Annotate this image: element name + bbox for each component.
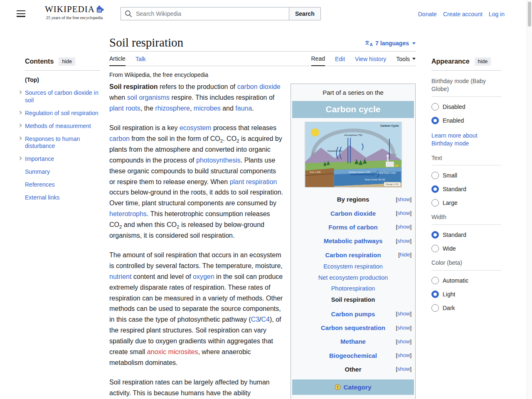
infobox-section-link[interactable]: Carbon sequestration [321, 324, 385, 331]
toc-link[interactable]: Summary [25, 168, 50, 175]
toc-link[interactable]: References [25, 181, 55, 188]
radio-option[interactable]: Enabled [431, 117, 501, 124]
infobox-section-link[interactable]: Carbon dioxide [330, 210, 376, 217]
infobox-sublist-link[interactable]: Ecosystem respiration [292, 261, 414, 272]
article-link[interactable]: oxygen [193, 273, 214, 280]
toggle-show-link[interactable]: show [397, 366, 410, 372]
section-toggle: [show] [396, 323, 411, 332]
article-link[interactable]: fauna [235, 105, 252, 112]
infobox-sublist-link[interactable]: Photorespiration [292, 283, 414, 294]
toggle-show-link[interactable]: show [397, 224, 410, 230]
radio-option[interactable]: Disabled [431, 103, 501, 111]
radio-unselected[interactable] [431, 199, 439, 207]
wikipedia-logo[interactable]: Wikipedia 25 25 years of the free encycl… [45, 5, 104, 20]
infobox-section-link[interactable]: Methane [340, 338, 366, 345]
carbon-cycle-image[interactable]: Carbon Cycle [305, 122, 402, 187]
chevron-right-icon[interactable] [18, 91, 22, 94]
radio-option[interactable]: Standard [431, 231, 501, 239]
languages-button[interactable]: A 7 languages [365, 40, 416, 47]
toggle-hide-link[interactable]: hide [400, 251, 410, 258]
toggle-show-link[interactable]: show [397, 196, 410, 202]
radio-option[interactable]: Dark [431, 304, 501, 312]
learn-more-link[interactable]: Learn more about Birthday mode [431, 132, 481, 148]
create-account-link[interactable]: Create account [443, 11, 483, 17]
infobox-sublist-link[interactable]: Net ecosystem production [292, 272, 414, 283]
article-link[interactable]: C4 [261, 316, 270, 323]
chevron-right-icon[interactable] [18, 111, 22, 114]
toggle-show-link[interactable]: show [397, 352, 410, 358]
tab-talk[interactable]: Talk [135, 52, 146, 66]
appearance-hide-button[interactable]: hide [475, 57, 491, 66]
toc-link[interactable]: External links [25, 194, 59, 201]
toggle-show-link[interactable]: show [397, 210, 410, 216]
radio-option[interactable]: Wide [431, 245, 501, 252]
infobox-section-link[interactable]: Forms of carbon [328, 224, 377, 231]
page-scrollbar[interactable] [527, 0, 532, 399]
radio-selected[interactable] [431, 291, 439, 298]
infobox-row: Other[show] [292, 362, 414, 376]
radio-unselected[interactable] [431, 172, 439, 179]
article-link[interactable]: rhizosphere [155, 105, 190, 112]
article-link[interactable]: heterotrophs [109, 210, 147, 217]
tab-view-history[interactable]: View history [355, 52, 386, 66]
infobox-section-link[interactable]: Metabolic pathways [324, 237, 383, 244]
search-input[interactable] [121, 7, 289, 20]
toggle-show-link[interactable]: show [397, 310, 410, 317]
login-link[interactable]: Log in [489, 11, 505, 17]
toc-link[interactable]: Regulation of soil respiration [25, 110, 99, 116]
tab-article[interactable]: Article [109, 52, 126, 66]
radio-option[interactable]: Large [431, 199, 501, 207]
article-link[interactable]: carbon dioxide [237, 83, 281, 90]
toc-link[interactable]: (Top) [25, 76, 39, 83]
toggle-show-link[interactable]: show [397, 238, 410, 244]
article-link[interactable]: plant respiration [230, 178, 277, 185]
radio-unselected[interactable] [431, 245, 439, 252]
chevron-right-icon[interactable] [18, 136, 22, 140]
toc-link[interactable]: Importance [25, 155, 54, 162]
appearance-groups: Birthday mode (Baby Globe)DisabledEnable… [431, 77, 501, 312]
article-link[interactable]: plant roots [109, 105, 140, 112]
toc-hide-button[interactable]: hide [59, 57, 75, 66]
radio-option[interactable]: Light [431, 291, 501, 298]
tab-read[interactable]: Read [311, 52, 325, 66]
toggle-show-link[interactable]: show [397, 325, 410, 331]
infobox-section-label: Other [345, 366, 361, 373]
infobox-section-link[interactable]: Carbon respiration [325, 251, 381, 259]
article-link[interactable]: C3 [251, 316, 259, 323]
radio-option[interactable]: Automatic [431, 277, 501, 284]
article-link[interactable]: microbes [194, 105, 221, 112]
tab-tools[interactable]: Tools [396, 52, 416, 66]
article-link[interactable]: ecosystem [180, 124, 211, 131]
article-red-link[interactable]: anoxic microsites [147, 348, 198, 355]
article-link[interactable]: photosynthesis [196, 157, 241, 164]
toc-link[interactable]: Sources of carbon dioxide in soil [25, 89, 99, 103]
radio-selected[interactable] [431, 117, 439, 124]
radio-unselected[interactable] [431, 304, 439, 312]
category-link[interactable]: Category [343, 382, 371, 392]
svg-text:25: 25 [97, 9, 101, 12]
donate-link[interactable]: Donate [418, 11, 437, 17]
toggle-show-link[interactable]: show [397, 338, 410, 345]
article-link[interactable]: soil organisms [127, 94, 170, 101]
infobox-section-link[interactable]: Biogeochemical [329, 352, 377, 359]
toc-link[interactable]: Responses to human disturbance [25, 135, 80, 150]
section-toggle: [show] [396, 195, 411, 204]
radio-option[interactable]: Small [431, 172, 501, 179]
chevron-right-icon[interactable] [18, 123, 22, 127]
infobox-section-link[interactable]: Carbon pumps [331, 310, 375, 318]
article-link[interactable]: carbon [109, 135, 130, 142]
article-link[interactable]: nutrient [109, 273, 131, 280]
radio-selected[interactable] [431, 185, 439, 193]
radio-option[interactable]: Standard [431, 185, 501, 193]
radio-unselected[interactable] [431, 103, 439, 111]
scrollbar-thumb[interactable] [528, 2, 531, 27]
tab-edit[interactable]: Edit [335, 52, 345, 66]
search-button[interactable]: Search [289, 7, 321, 20]
svg-text:Deep Ocean 38,100: Deep Ocean 38,100 [365, 178, 385, 181]
radio-unselected[interactable] [431, 277, 439, 284]
main-menu-button[interactable] [17, 10, 25, 17]
radio-selected[interactable] [431, 231, 439, 239]
toc-link[interactable]: Methods of measurement [25, 123, 91, 129]
toc-item: Summary [25, 168, 100, 176]
chevron-right-icon[interactable] [18, 157, 22, 160]
